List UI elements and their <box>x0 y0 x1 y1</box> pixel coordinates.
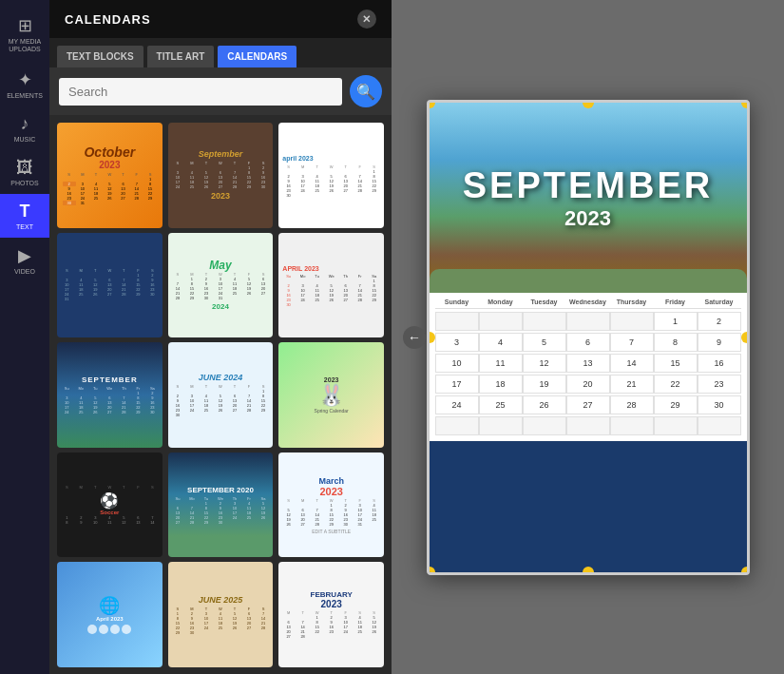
sidebar-item-label-video: VIDEO <box>14 268 35 275</box>
tab-text-blocks[interactable]: TEXT BLOCKS <box>57 46 143 67</box>
search-input[interactable] <box>59 78 342 106</box>
day-header-sun: Sunday <box>435 298 479 305</box>
day-cell: 20 <box>566 375 610 394</box>
month-name: SEPTEMBER <box>463 164 713 205</box>
day-cell: 11 <box>479 354 523 373</box>
day-header-mon: Monday <box>479 298 523 305</box>
day-cell: 30 <box>698 395 741 414</box>
handle-bottom-right[interactable] <box>741 567 750 575</box>
thumbnail-cal-12[interactable]: March 2023 SMTWTFS 1234 567891011 121314… <box>278 453 384 558</box>
day-cell <box>523 416 566 435</box>
day-cell: 14 <box>610 354 654 373</box>
day-cell: 28 <box>610 395 654 414</box>
year-number: 2023 <box>463 205 713 230</box>
card-top-image: SEPTEMBER 2023 <box>430 103 747 293</box>
panel-title: CALENDARS <box>65 12 151 27</box>
sidebar-item-music[interactable]: ♪ MUSIC <box>0 106 49 150</box>
day-cell: 6 <box>566 333 610 352</box>
day-cell: 26 <box>523 395 566 414</box>
day-cell: 12 <box>523 354 566 373</box>
sidebar-item-my-media[interactable]: ⊞ MY MEDIAUPLOADS <box>0 8 49 62</box>
tab-title-art[interactable]: TITLE ART <box>147 46 215 67</box>
day-cell <box>654 416 698 435</box>
search-bar: 🔍 <box>49 67 392 115</box>
thumbnail-cal-6[interactable]: APRIL 2023 SuMoTuWeThFrSa 1 2345678 9101… <box>278 233 384 338</box>
close-panel-button[interactable]: ✕ <box>357 10 376 29</box>
sidebar-item-label-text: TEXT <box>16 223 33 230</box>
day-cell <box>698 416 741 435</box>
day-header-wed: Wednesday <box>566 298 610 305</box>
thumbnail-cal-8[interactable]: JUNE 2024 SMTWTFS 1 2345678 910111213141… <box>168 342 274 448</box>
calendar-grid: 1 2 3 4 5 6 7 8 9 10 11 12 13 14 15 16 1… <box>435 312 741 435</box>
tab-bar: TEXT BLOCKS TITLE ART CALENDARS <box>49 38 392 67</box>
photos-icon: 🖼 <box>16 158 33 178</box>
day-cell: 16 <box>698 354 741 373</box>
day-cell: 3 <box>435 333 479 352</box>
thumbnail-cal-11[interactable]: SEPTEMBER 2020 SuMoTuWeThFrSa 12345 6789… <box>168 453 274 558</box>
panel: CALENDARS ✕ TEXT BLOCKS TITLE ART CALEND… <box>49 0 392 674</box>
sidebar-item-elements[interactable]: ✦ ELEMENTS <box>0 62 49 106</box>
handle-bottom-center[interactable] <box>583 567 594 575</box>
day-cell: 13 <box>566 354 610 373</box>
sidebar-item-text[interactable]: T TEXT <box>0 194 49 238</box>
day-cell: 29 <box>654 395 698 414</box>
canvas-area: ← SEPTEMBER 2023 Sunday Monday Tuesday W… <box>392 0 784 674</box>
sidebar-item-video[interactable]: ▶ VIDEO <box>0 238 49 282</box>
thumbnail-cal-4[interactable]: SMTWTFS 12 3456789 10111213141516 171819… <box>57 233 163 338</box>
elements-icon: ✦ <box>18 69 32 90</box>
day-cell: 9 <box>698 333 741 352</box>
day-cell <box>435 416 479 435</box>
panel-header: CALENDARS ✕ <box>49 0 392 38</box>
day-cell <box>566 312 610 331</box>
day-cell: 17 <box>435 375 479 394</box>
day-cell: 24 <box>435 395 479 414</box>
day-cell: 5 <box>523 333 566 352</box>
day-cell <box>610 416 654 435</box>
day-header-sat: Saturday <box>698 298 741 305</box>
sidebar-item-label-music: MUSIC <box>14 136 36 143</box>
day-header-thu: Thursday <box>610 298 654 305</box>
day-cell: 21 <box>610 375 654 394</box>
day-cell: 1 <box>654 312 698 331</box>
tab-calendars[interactable]: CALENDARS <box>218 46 296 67</box>
day-cell: 19 <box>523 375 566 394</box>
day-cell <box>479 416 523 435</box>
day-cell: 10 <box>435 354 479 373</box>
day-cell: 8 <box>654 333 698 352</box>
day-cell: 25 <box>479 395 523 414</box>
ground <box>430 269 747 293</box>
sidebar: ⊞ MY MEDIAUPLOADS ✦ ELEMENTS ♪ MUSIC 🖼 P… <box>0 0 49 674</box>
thumbnail-cal-14[interactable]: JUNE 2025 SMTWTFS 1234567 891011121314 1… <box>168 562 274 667</box>
handle-bottom-left[interactable] <box>427 567 435 575</box>
thumbnail-grid: October 2023 SMTWTFS 1 2345678 910111213… <box>49 115 392 674</box>
thumbnail-cal-9[interactable]: 2023 🐰 Spring Calendar <box>278 342 384 448</box>
media-icon: ⊞ <box>18 15 32 36</box>
thumbnail-cal-10[interactable]: SMTWTFS ⚽ Soccer 1234567 891011121314 <box>57 453 163 558</box>
text-icon: T <box>20 202 30 221</box>
thumbnail-cal-2[interactable]: September SMTWTFS 12 3456789 10111213141… <box>168 123 274 228</box>
search-icon: 🔍 <box>356 83 375 101</box>
thumbnail-cal-5[interactable]: May SMTWTFS 123456 78910111213 141516171… <box>168 233 274 338</box>
back-arrow-button[interactable]: ← <box>403 326 426 349</box>
video-icon: ▶ <box>18 245 31 266</box>
day-cell <box>479 312 523 331</box>
thumbnail-cal-13[interactable]: 🌐 April 2023 <box>57 562 163 667</box>
day-cell: 7 <box>610 333 654 352</box>
day-headers: Sunday Monday Tuesday Wednesday Thursday… <box>435 298 741 309</box>
thumbnail-cal-1[interactable]: October 2023 SMTWTFS 1 2345678 910111213… <box>57 123 163 228</box>
day-cell: 4 <box>479 333 523 352</box>
search-button[interactable]: 🔍 <box>350 75 382 107</box>
music-icon: ♪ <box>21 114 29 134</box>
sidebar-item-photos[interactable]: 🖼 PHOTOS <box>0 150 49 194</box>
thumbnail-cal-3[interactable]: april 2023 SMTWTFS 1 2345678 91011121314… <box>278 123 384 228</box>
day-header-fri: Friday <box>654 298 698 305</box>
day-header-tue: Tuesday <box>523 298 566 305</box>
sidebar-item-label-media: MY MEDIAUPLOADS <box>9 38 42 54</box>
sidebar-item-label-elements: ELEMENTS <box>7 92 43 99</box>
day-cell: 22 <box>654 375 698 394</box>
month-overlay: SEPTEMBER 2023 <box>463 164 713 230</box>
day-cell: 23 <box>698 375 741 394</box>
day-cell <box>523 312 566 331</box>
thumbnail-cal-7[interactable]: SEPTEMBER SuMoTuWeThFrSa 12 3456789 1011… <box>57 342 163 448</box>
thumbnail-cal-15[interactable]: FEBRUARY 2023 MTWTFSS 12345 6789101112 1… <box>278 562 384 667</box>
